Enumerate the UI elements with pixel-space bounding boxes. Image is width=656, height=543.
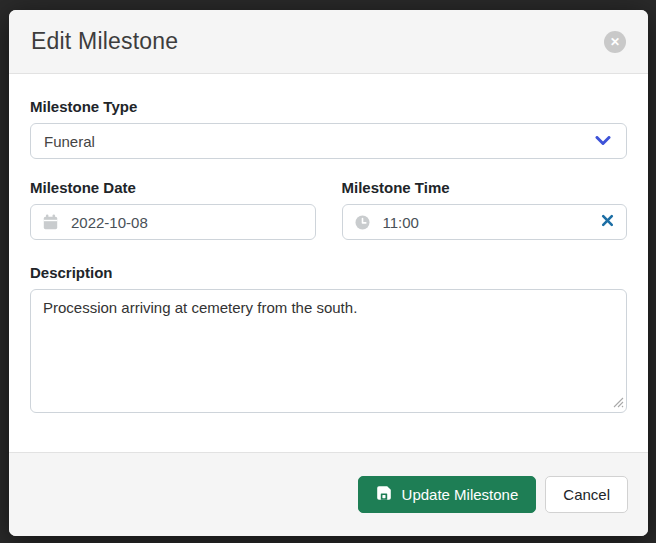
milestone-time-label: Milestone Time bbox=[342, 179, 628, 196]
milestone-date-group bbox=[30, 204, 316, 240]
milestone-time-input[interactable] bbox=[383, 214, 602, 231]
update-milestone-button[interactable]: Update Milestone bbox=[358, 476, 537, 513]
close-icon: ✕ bbox=[610, 36, 620, 48]
save-icon bbox=[376, 485, 392, 504]
milestone-date-label: Milestone Date bbox=[30, 179, 316, 196]
milestone-time-group bbox=[342, 204, 628, 240]
clear-x-icon bbox=[601, 214, 614, 230]
resize-grip-icon[interactable] bbox=[613, 397, 624, 408]
time-clear-button[interactable] bbox=[601, 214, 614, 230]
milestone-type-select[interactable]: Funeral bbox=[30, 123, 627, 159]
modal-body: Milestone Type Funeral Milestone Date bbox=[9, 74, 648, 452]
cancel-label: Cancel bbox=[563, 486, 610, 503]
cancel-button[interactable]: Cancel bbox=[545, 476, 628, 513]
modal-header: Edit Milestone ✕ bbox=[9, 10, 648, 74]
description-label: Description bbox=[30, 264, 627, 281]
milestone-date-input[interactable] bbox=[71, 214, 303, 231]
milestone-type-value: Funeral bbox=[44, 133, 95, 150]
edit-milestone-modal: Edit Milestone ✕ Milestone Type Funeral … bbox=[9, 10, 648, 536]
milestone-type-label: Milestone Type bbox=[30, 98, 627, 115]
modal-title: Edit Milestone bbox=[31, 28, 178, 55]
chevron-down-icon bbox=[595, 136, 611, 146]
modal-footer: Update Milestone Cancel bbox=[9, 452, 648, 536]
description-textarea[interactable]: Procession arriving at cemetery from the… bbox=[30, 289, 627, 413]
close-button[interactable]: ✕ bbox=[604, 31, 626, 53]
clock-icon bbox=[355, 215, 370, 230]
update-milestone-label: Update Milestone bbox=[402, 486, 519, 503]
calendar-icon bbox=[43, 214, 58, 230]
